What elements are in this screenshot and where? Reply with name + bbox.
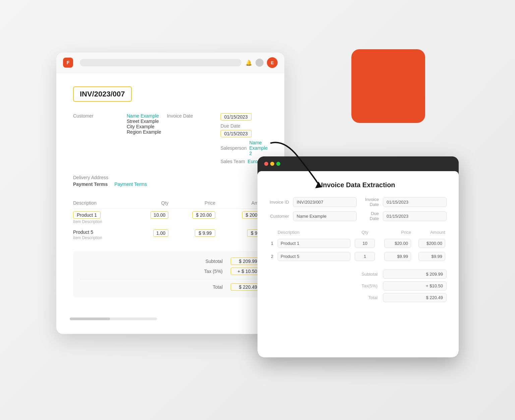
extraction-header-grid: Invoice ID Invoice Date Customer Due Dat… (270, 197, 447, 221)
item2-product: Product 5 (73, 229, 132, 235)
delivery-payment-section: Delivery Address Payment Terms Payment T… (73, 175, 268, 187)
orange-decorative-card (351, 49, 425, 123)
scene: F 🔔 E INV/2023/007 Customer Name Example (56, 43, 459, 377)
bell-icon[interactable]: 🔔 (245, 60, 252, 66)
table-row: 1 (270, 237, 447, 250)
customer-city: City Example (127, 124, 167, 129)
due-date-label: Due Date (221, 123, 240, 129)
svg-marker-0 (315, 182, 322, 188)
ext-item2-qty-input[interactable] (355, 252, 375, 261)
subtotal-row: Subtotal $ 209.99 (80, 256, 261, 266)
totals-section: Subtotal $ 209.99 Tax (5%) + $ 10.50 Tot… (73, 251, 268, 297)
scrollbar-thumb[interactable] (70, 318, 110, 320)
ext-item1-qty (352, 237, 378, 250)
salesperson-label: Salesperson (221, 145, 247, 151)
ext-item1-product-input[interactable] (278, 239, 350, 248)
ext-due-date-input[interactable] (383, 211, 447, 221)
ext-subtotal-label: Subtotal (354, 272, 378, 277)
ext-due-date-label: Due Date (361, 211, 379, 221)
scrollbar-track (70, 318, 157, 320)
ext-col-qty: Qty (352, 228, 378, 237)
ext-item2-price (378, 250, 412, 263)
invoice-date-label: Invoice Date (167, 113, 221, 165)
ext-item2-num: 2 (270, 250, 276, 263)
table-row: Product 5 Item Description 1.00 $ 9.99 $… (73, 227, 268, 243)
user-avatar[interactable]: E (267, 57, 278, 68)
col-qty: Qty (132, 198, 168, 209)
ext-item2-product-input[interactable] (278, 252, 350, 261)
ext-totals: Subtotal Tax(5%) Total (270, 268, 447, 303)
titlebar-icons: 🔔 E (245, 57, 278, 68)
item1-price: $ 20.00 (168, 209, 215, 227)
ext-item1-price-input[interactable] (384, 239, 411, 248)
extraction-content: Invoice Data Extraction Invoice ID Invoi… (258, 171, 459, 353)
invoice-browser-window: F 🔔 E INV/2023/007 Customer Name Example (56, 53, 284, 334)
customer-block: Name Example Street Example City Example… (127, 113, 167, 165)
subtotal-label: Subtotal (196, 259, 223, 264)
invoice-date-value: 01/15/2023 (221, 113, 251, 121)
extraction-buttons (258, 353, 459, 357)
items-table: Description Qty Price Amount Product 1 I… (73, 198, 268, 243)
ext-item1-amount-input[interactable] (418, 239, 445, 248)
ext-item2-amount-input[interactable] (418, 252, 445, 261)
ext-invoice-date-input[interactable] (383, 197, 447, 207)
item1-product: Product 1 (73, 211, 101, 219)
invoice-header: Customer Name Example Street Example Cit… (73, 113, 268, 165)
ext-col-price: Price (378, 228, 412, 237)
curved-arrow (264, 136, 331, 190)
ext-col-description: Description (276, 228, 352, 237)
ext-item2-qty (352, 250, 378, 263)
ext-item2-price-input[interactable] (384, 252, 411, 261)
invoice-content: INV/2023/007 Customer Name Example Stree… (56, 73, 284, 311)
ext-total-label: Total (354, 295, 378, 300)
payment-terms-label: Payment Terms (73, 182, 108, 187)
ext-grand-total-row: Total (270, 292, 447, 303)
tax-label: Tax (5%) (196, 269, 223, 274)
col-description: Description (73, 198, 132, 209)
ext-invoice-id-label: Invoice ID (270, 200, 289, 205)
tax-value: + $ 10.50 (231, 268, 261, 275)
sales-team-label: Sales Team (221, 158, 245, 165)
total-value: $ 220.49 (231, 283, 261, 291)
app-logo: F (63, 58, 73, 68)
tax-row: Tax (5%) + $ 10.50 (80, 266, 261, 276)
ext-tax-label: Tax(5%) (354, 283, 378, 288)
ext-customer-input[interactable] (293, 211, 357, 221)
ext-tax-input[interactable] (383, 281, 447, 290)
ext-item1-amount (412, 237, 447, 250)
browser-titlebar: F 🔔 E (56, 53, 284, 73)
ext-customer-label: Customer (270, 214, 289, 219)
item2-price: $ 9.99 (168, 227, 215, 243)
url-bar (80, 59, 241, 66)
ext-item2-amount (412, 250, 447, 263)
item2-item-desc: Item Description (73, 235, 132, 240)
payment-terms-value: Payment Terms (114, 182, 147, 187)
total-label: Total (196, 284, 223, 290)
ext-invoice-date-label: Invoice Date (361, 197, 379, 207)
extraction-items-table: Description Qty Price Amount 1 (270, 228, 447, 263)
item1-item-desc: Item Description (73, 219, 132, 224)
customer-label: Customer (73, 113, 127, 165)
customer-street: Street Example (127, 119, 167, 124)
col-price: Price (168, 198, 215, 209)
subtotal-value: $ 209.99 (231, 258, 261, 265)
ext-item2-product (276, 250, 352, 263)
ext-tax-row: Tax(5%) (270, 280, 447, 292)
customer-name: Name Example (127, 113, 167, 119)
ext-item1-num: 1 (270, 237, 276, 250)
payment-terms-row: Payment Terms Payment Terms (73, 182, 268, 187)
item2-desc: Product 5 Item Description (73, 227, 132, 243)
scrollbar-area (56, 311, 284, 327)
table-row: Product 1 Item Description 10.00 $ 20.00… (73, 209, 268, 227)
ext-item1-product (276, 237, 352, 250)
ext-subtotal-input[interactable] (383, 270, 447, 279)
ext-item1-price (378, 237, 412, 250)
delivery-label: Delivery Address (73, 175, 268, 180)
ext-subtotal-row: Subtotal (270, 268, 447, 280)
due-date-value: 01/15/2023 (221, 130, 251, 137)
ext-invoice-id-input[interactable] (293, 197, 357, 207)
ext-item1-qty-input[interactable] (355, 239, 375, 248)
ext-col-num (270, 228, 276, 237)
ext-total-input[interactable] (383, 293, 447, 302)
invoice-id: INV/2023/007 (73, 86, 132, 102)
